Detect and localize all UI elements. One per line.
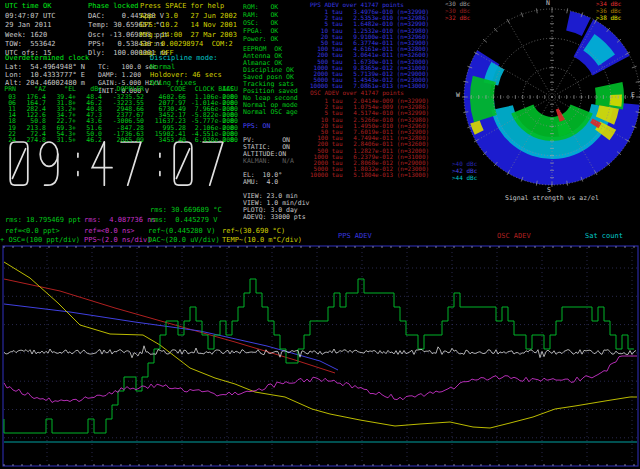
osc-trace xyxy=(4,346,636,358)
scale-temp: TEMP~(10.0 m°C/div) xyxy=(222,237,302,244)
ring-tick xyxy=(483,39,487,42)
time-line: Week: 1620 xyxy=(5,32,47,39)
status-line: ADEVQ: 33000 pts xyxy=(243,214,306,221)
loop-param: TC: 100.0 sec xyxy=(98,64,157,71)
sat-col-header: DOPPLER xyxy=(104,86,144,93)
signal-blob xyxy=(609,95,622,107)
osc-status-title: Phase locked xyxy=(88,3,139,10)
time-line: UTC ofs: 15 xyxy=(5,50,51,57)
discipline-line: Holdover: 46 secs xyxy=(150,72,222,79)
osc-adev-title: OSC ADEV over 41747 points xyxy=(310,90,404,96)
loop-param: DAMP: 1.200 xyxy=(98,72,141,79)
rms-temp: rms: 30.669689 °C xyxy=(150,207,222,214)
ring-tick xyxy=(632,66,637,68)
history-plot[interactable] xyxy=(0,244,640,469)
sat-row-cell: 24 xyxy=(4,137,16,144)
ring-tick xyxy=(507,19,510,23)
version-line: App: 3.0 27 Jun 2002 xyxy=(140,13,237,20)
ring-tick xyxy=(521,12,523,17)
ring-tick xyxy=(636,81,640,82)
sat-row-cell: 2.00 xyxy=(218,137,238,144)
scale-osc: + OSC=(100 ppt/div) xyxy=(0,237,80,244)
polar-caption: Signal strength vs az/el xyxy=(505,195,599,202)
digital-clock xyxy=(6,140,246,188)
compass-north: N xyxy=(546,0,550,7)
scale-pps: PPS~(2.0 ns/div) xyxy=(84,237,151,244)
ref-temp: ref~(30.690 °C) xyxy=(222,228,285,235)
help-hint: Press SPACE for help xyxy=(140,3,224,10)
plot-legend-osc-adev: OSC ADEV xyxy=(497,233,531,240)
clock-digit xyxy=(203,142,223,185)
rms-dac: rms: 0.445279 V xyxy=(150,217,217,224)
plot-legend-pps-adev: PPS ADEV xyxy=(338,233,372,240)
lady-heather-screen: UTC time OK Phase locked Press SPACE for… xyxy=(0,0,640,469)
time-line: TOW: 553642 xyxy=(5,41,56,48)
sat-row-cell: 46.2 xyxy=(80,137,102,144)
sat-col-header: CODE xyxy=(148,86,186,93)
signal-blob xyxy=(470,76,497,123)
clock-digit xyxy=(10,142,28,185)
discipline-line: Normal xyxy=(150,64,175,71)
sat-col-header: PRN xyxy=(4,86,16,93)
status-line: AMU: 4.0 xyxy=(243,179,278,186)
version-line: Log: OFF xyxy=(140,50,174,57)
compass-south: S xyxy=(547,187,551,194)
sat-col-header: ACCU xyxy=(218,86,238,93)
time-line: 09:47:07 UTC xyxy=(5,13,56,20)
status-line: PPS: ON xyxy=(243,123,270,130)
rms-pps: rms: 4.087736 ns xyxy=(84,217,156,224)
clock-digit xyxy=(92,142,112,185)
sat-row-cell: 274.8 xyxy=(18,137,46,144)
clock-digit xyxy=(174,142,192,185)
scale-dac: DAC~(20.0 uV/div) xyxy=(148,237,220,244)
self-test-status: Power: OK xyxy=(243,36,278,43)
version-line: Mfg: 14:00 27 Mar 2003 xyxy=(140,32,237,39)
pps-adev-trace xyxy=(4,304,338,370)
position-line: Lon: 10.4333777° E xyxy=(5,72,85,79)
dbc-legend: >38 dBc xyxy=(596,15,621,21)
ref-osc: ref=<0.0 ppt> xyxy=(5,228,60,235)
ref-pps: ref=<0.0 ns> xyxy=(84,228,135,235)
ring-tick xyxy=(567,8,568,13)
compass-west: W xyxy=(456,92,460,99)
osc-adev-trace xyxy=(4,279,335,373)
dbc-legend: >44 dBc xyxy=(452,175,477,181)
ref-dac: ref~(0.445280 V) xyxy=(148,228,215,235)
rms-osc: rms: 18.795469 ppt xyxy=(5,217,81,224)
status-line: KALMAN: N/A xyxy=(243,158,294,165)
sat-row-cell: 31.5+ xyxy=(50,137,76,144)
self-test-status: RAM: OK xyxy=(243,12,278,19)
pps-trace xyxy=(4,356,637,402)
position-line: Lat: 54.4964948° N xyxy=(5,64,85,71)
pps-adev-row: 10000 tau 7.0861e-013 (n=13000) xyxy=(310,83,429,89)
status-line: Normal OSC age xyxy=(243,109,298,116)
dbc-legend: >32 dBc xyxy=(445,15,470,21)
ring-tick xyxy=(536,8,537,13)
osc-adev-row: 10000 tau 5.1804e-013 (n=13000) xyxy=(310,172,429,178)
sat-row-cell: 3453.40 xyxy=(148,137,186,144)
compass-east: E xyxy=(631,92,635,99)
utc-status-title: UTC time OK xyxy=(5,3,51,10)
self-test-status: FPGA: OK xyxy=(243,28,278,35)
self-test-status: OSC: OK xyxy=(243,20,278,27)
plot-legend-sat-count: Sat count xyxy=(585,233,623,240)
clock-digit xyxy=(121,142,141,185)
version-line: Ser: 0.00298974 COM:2 xyxy=(140,41,233,48)
azimuth-line xyxy=(508,21,552,97)
sat-col-header: dBc xyxy=(80,86,102,93)
time-line: 29 Jan 2011 xyxy=(5,22,51,29)
sat-row-cell: 2065.09 xyxy=(104,137,144,144)
version-line: GPS: 10.2 14 Nov 2001 xyxy=(140,22,237,29)
sat-col-header: °AZ xyxy=(18,86,46,93)
self-test-status: ROM: OK xyxy=(243,4,278,11)
clock-digit xyxy=(40,142,58,185)
sat-col-header: °EL xyxy=(50,86,76,93)
